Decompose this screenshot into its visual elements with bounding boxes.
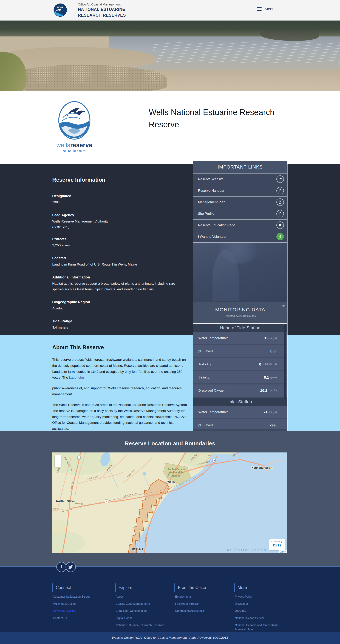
footer-link[interactable]: USA.gov: [235, 609, 288, 613]
link-reserve-handout[interactable]: Reserve Handout: [193, 185, 288, 196]
map-section: Reserve Location and Boundaries: [0, 431, 340, 566]
monitoring-row: Dissolved Oxygen: 10.2 (mg/L): [193, 384, 288, 396]
link-reserve-education[interactable]: Reserve Education Page: [193, 220, 288, 231]
info-field-located: Located Laudholm Farm Road off of U.S. R…: [52, 256, 192, 267]
monitoring-title: MONITORING DATA: [193, 307, 288, 312]
page: NOAA Office for Coastal Management NATIO…: [0, 0, 340, 644]
station-heading-inlet: Inlet Station: [193, 398, 288, 406]
footer-link[interactable]: Fellowship Program: [175, 602, 228, 606]
monitoring-row: pH Levels: -99: [193, 419, 288, 429]
graduation-cap-icon: [276, 222, 284, 229]
svg-text:Rachel Carson: Rachel Carson: [168, 468, 185, 471]
page-title: Wells National Estuarine Research Reserv…: [149, 106, 283, 131]
header-org-text: Office for Coastal Management NATIONAL E…: [78, 3, 126, 18]
esri-logo[interactable]: POWERED BY esri: [269, 539, 285, 550]
svg-text:Refuge: Refuge: [172, 474, 180, 477]
about-section: About This Reserve This reserve protects…: [0, 335, 340, 431]
about-paragraph-3: The Wells Reserve is one of 29 areas in …: [52, 402, 190, 432]
footer: f Connect Customer Satisfaction Survey M…: [0, 566, 340, 632]
svg-text:Ogunquit: Ogunquit: [132, 548, 143, 550]
map-zoom-control: + −: [55, 455, 61, 467]
reserve-info-section: Reserve Information Designated 1984 Lead…: [0, 164, 340, 335]
reserve-info-heading: Reserve Information: [52, 177, 192, 183]
laudholm-link[interactable]: Laudholm: [69, 376, 84, 379]
station-heading-head-of-tide: Head of Tide Station: [193, 324, 288, 332]
about-paragraph-2: public awareness of, and support for, We…: [52, 385, 190, 397]
info-field-additional: Additional Information Habitat at this r…: [52, 275, 192, 292]
side-panel: IMPORTANT LINKS Reserve Website Reserve …: [193, 161, 288, 431]
footer-link[interactable]: National Ocean Service: [235, 616, 288, 620]
live-status-dot: [282, 305, 284, 307]
hamburger-icon: [257, 6, 262, 12]
document-icon: [276, 210, 284, 218]
footer-link-newsletter-gallery[interactable]: Newsletter Gallery: [53, 609, 109, 613]
footer-link[interactable]: Coastal Zone Management: [116, 602, 168, 606]
svg-text:Atlantic Ocean: Atlantic Ocean: [227, 548, 267, 552]
footer-link[interactable]: Multimedia Gallery: [53, 602, 109, 606]
footer-link[interactable]: Contact Us: [53, 616, 109, 620]
title-section: wellsreserve at laudholm Wells National …: [0, 91, 340, 164]
monitoring-row: Turbidity: 0 (FNU/NTU): [193, 358, 288, 370]
menu-label: Menu: [265, 7, 274, 11]
svg-text:4: 4: [78, 457, 80, 459]
info-field-biogeographic: Biogeographic Region Acadian: [52, 300, 192, 311]
leaflet-map[interactable]: 4 9 9 Valley Rd Morrills Mill Rd High St…: [52, 452, 288, 553]
link-management-plan[interactable]: Management Plan: [193, 196, 288, 208]
volunteer-person-icon: [276, 233, 284, 240]
svg-text:9: 9: [214, 460, 214, 462]
footer-link[interactable]: National Estuarine Research Reserves: [116, 623, 168, 627]
footer-link[interactable]: Coral Reef Conservation: [116, 609, 168, 613]
link-volunteer[interactable]: I Want to Volunteer: [193, 231, 288, 242]
footer-link[interactable]: Employment: [175, 594, 228, 599]
leaflet-attribution[interactable]: Leaflet: [278, 550, 288, 553]
link-reserve-website[interactable]: Reserve Website: [193, 174, 288, 185]
heron-photo: [193, 242, 288, 302]
svg-text:NOAA: NOAA: [57, 6, 64, 8]
footer-link[interactable]: Privacy Policy: [235, 594, 288, 599]
footer-link[interactable]: About: [116, 594, 168, 599]
header-org-line1: NATIONAL ESTUARINE: [78, 7, 126, 12]
info-field-lead-agency: Lead Agency Wells Reserve Management Aut…: [52, 213, 192, 229]
info-field-protects: Protects 2,250 acres: [52, 237, 192, 248]
link-site-profile[interactable]: Site Profile: [193, 208, 288, 220]
external-link-icon: [276, 176, 284, 183]
map-heading: Reserve Location and Boundaries: [0, 431, 340, 447]
svg-text:worth Rd: worth Rd: [52, 507, 59, 510]
monitoring-scrollbar[interactable]: [284, 325, 286, 399]
site-ownership-text: Website Owner: NOAA Office for Coastal M…: [112, 636, 228, 640]
monitoring-row: Water Temperature: -100 (C): [193, 406, 288, 418]
footer-link[interactable]: Customer Satisfaction Survey: [53, 594, 109, 599]
zoom-in-button[interactable]: +: [55, 455, 61, 461]
visit-site-link[interactable]: ( Visit Site ): [52, 225, 70, 229]
svg-text:Kennebunkport: Kennebunkport: [252, 466, 272, 469]
twitter-button[interactable]: [66, 562, 76, 572]
footer-link[interactable]: Contracting Assistance: [175, 609, 228, 613]
monitoring-row: pH Levels: 6.8: [193, 345, 288, 357]
wells-reserve-logo-icon: [58, 101, 91, 140]
document-icon: [276, 187, 284, 194]
svg-text:Natl Wildlife: Natl Wildlife: [169, 471, 183, 474]
svg-text:North Berwick: North Berwick: [56, 500, 76, 502]
about-heading: About This Reserve: [52, 344, 190, 351]
facebook-button[interactable]: f: [56, 562, 66, 572]
noaa-logo-icon[interactable]: NOAA: [53, 3, 67, 17]
monitoring-header: MONITORING DATA Updated every 10 minutes: [193, 302, 288, 324]
menu-button[interactable]: Menu: [257, 6, 274, 12]
wells-tagline: at laudholm: [53, 149, 96, 153]
svg-text:9: 9: [106, 500, 107, 502]
info-field-designated: Designated 1984: [52, 194, 192, 205]
important-links-heading: IMPORTANT LINKS: [193, 161, 288, 174]
footer-link[interactable]: Digital Coast: [116, 616, 168, 620]
monitoring-subtitle: Updated every 10 minutes: [193, 314, 288, 318]
site-header: NOAA Office for Coastal Management NATIO…: [0, 0, 340, 20]
monitoring-list[interactable]: Head of Tide Station Water Temperature: …: [193, 324, 288, 429]
bottom-bar: Website Owner: NOAA Office for Coastal M…: [0, 632, 340, 644]
header-eyebrow: Office for Coastal Management: [78, 3, 126, 6]
footer-link[interactable]: National Oceanic and Atmospheric Adminis…: [235, 623, 288, 631]
about-paragraph-1: This reserve protects fields, forests, f…: [52, 357, 190, 380]
footer-link[interactable]: Disclaimer: [235, 602, 288, 606]
zoom-out-button[interactable]: −: [55, 461, 61, 467]
monitoring-row: Salinity: 0.1 (psu): [193, 372, 288, 384]
twitter-icon: [68, 565, 73, 569]
basemap: 4 9 9 Valley Rd Morrills Mill Rd High St…: [52, 452, 288, 553]
